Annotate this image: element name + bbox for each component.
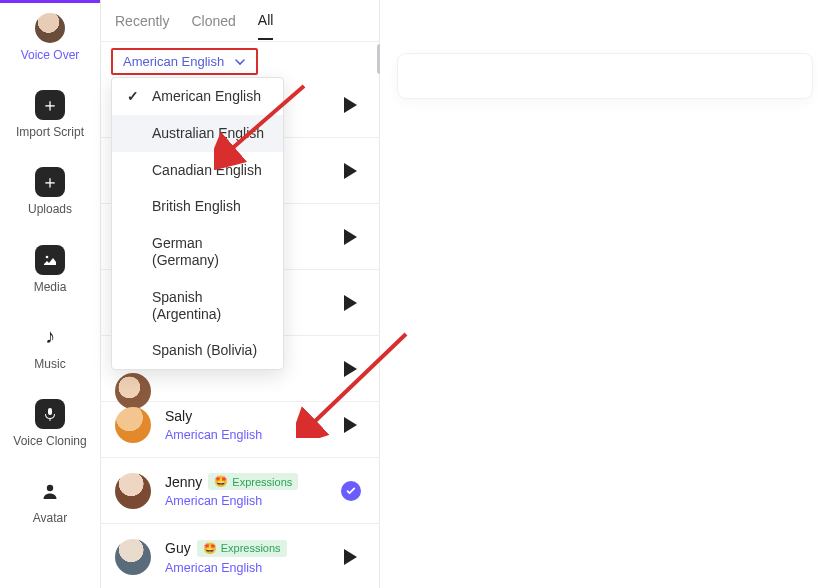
- dropdown-scroll[interactable]: ✓ American English Australian English Ca…: [112, 78, 283, 369]
- voice-name: Jenny 🤩Expressions: [165, 473, 298, 490]
- sidebar-label: Voice Cloning: [13, 435, 86, 448]
- plus-icon: ＋: [35, 167, 65, 197]
- play-button[interactable]: [340, 545, 361, 569]
- option-label: Spanish (Bolivia): [152, 342, 273, 359]
- voice-language: American English: [165, 428, 262, 442]
- badge-text: Expressions: [232, 476, 292, 488]
- language-option-british-english[interactable]: British English: [112, 188, 283, 225]
- sidebar-label: Uploads: [28, 203, 72, 216]
- expressions-badge: 🤩Expressions: [208, 473, 298, 490]
- person-icon: [35, 476, 65, 506]
- play-button[interactable]: [340, 291, 361, 315]
- voice-name: Guy 🤩Expressions: [165, 540, 287, 557]
- badge-text: Expressions: [221, 542, 281, 554]
- mic-icon: [35, 399, 65, 429]
- sidebar-item-music[interactable]: ♪ Music: [0, 322, 100, 371]
- play-button[interactable]: [340, 93, 361, 117]
- tab-recently[interactable]: Recently: [115, 3, 169, 39]
- play-icon: [344, 417, 357, 433]
- sidebar-label: Media: [34, 281, 67, 294]
- language-option-spanish-bolivia[interactable]: Spanish (Bolivia): [112, 332, 283, 369]
- plus-icon: ＋: [35, 90, 65, 120]
- sidebar-item-media[interactable]: Media: [0, 245, 100, 294]
- language-option-australian-english[interactable]: Australian English: [112, 115, 283, 152]
- sidebar-item-import-script[interactable]: ＋ Import Script: [0, 90, 100, 139]
- voice-name: Saly: [165, 408, 262, 424]
- avatar: [115, 473, 151, 509]
- music-note-icon: ♪: [35, 322, 65, 352]
- voice-name-text: Guy: [165, 540, 191, 556]
- expressions-badge: 🤩Expressions: [197, 540, 287, 557]
- language-selector[interactable]: American English: [111, 48, 258, 75]
- avatar: [115, 539, 151, 575]
- option-label: Australian English: [152, 125, 273, 142]
- tab-cloned[interactable]: Cloned: [191, 3, 235, 39]
- language-option-american-english[interactable]: ✓ American English: [112, 78, 283, 115]
- sidebar-label: Voice Over: [21, 49, 80, 62]
- play-button[interactable]: [340, 413, 361, 437]
- star-eyes-icon: 🤩: [203, 542, 217, 555]
- play-icon: [344, 97, 357, 113]
- star-eyes-icon: 🤩: [214, 475, 228, 488]
- content-card: [398, 54, 812, 98]
- play-button[interactable]: [340, 159, 361, 183]
- voice-row-guy[interactable]: Guy 🤩Expressions American English: [101, 524, 379, 588]
- play-icon: [344, 361, 357, 377]
- selected-badge: [341, 481, 361, 501]
- language-option-german-germany[interactable]: German (Germany): [112, 225, 283, 279]
- sidebar-item-voice-cloning[interactable]: Voice Cloning: [0, 399, 100, 448]
- language-dropdown: ✓ American English Australian English Ca…: [111, 77, 284, 370]
- sidebar-item-avatar[interactable]: Avatar: [0, 476, 100, 525]
- option-label: Spanish (Argentina): [152, 289, 273, 323]
- sidebar-label: Import Script: [16, 126, 84, 139]
- language-selected: American English: [123, 54, 224, 69]
- avatar-icon: [35, 13, 65, 43]
- play-icon: [344, 163, 357, 179]
- content-area: [380, 0, 818, 588]
- play-icon: [344, 549, 357, 565]
- play-icon: [344, 229, 357, 245]
- play-button[interactable]: [340, 225, 361, 249]
- chevron-down-icon: [234, 56, 246, 68]
- avatar: [115, 407, 151, 443]
- option-label: Canadian English: [152, 162, 273, 179]
- sidebar-item-uploads[interactable]: ＋ Uploads: [0, 167, 100, 216]
- voice-row-saly[interactable]: Saly American English: [101, 392, 379, 458]
- svg-point-1: [46, 255, 49, 258]
- tab-all[interactable]: All: [258, 2, 274, 40]
- sidebar-label: Music: [34, 358, 65, 371]
- svg-point-3: [47, 485, 53, 491]
- language-option-canadian-english[interactable]: Canadian English: [112, 152, 283, 189]
- image-icon: [35, 245, 65, 275]
- sidebar-label: Avatar: [33, 512, 67, 525]
- voice-language: American English: [165, 561, 287, 575]
- check-icon: ✓: [124, 88, 142, 104]
- sidebar: Voice Over ＋ Import Script ＋ Uploads Med…: [0, 3, 100, 588]
- voice-panel: Recently Cloned All American English ✓ A…: [100, 0, 380, 588]
- play-icon: [344, 295, 357, 311]
- option-label: British English: [152, 198, 273, 215]
- language-option-spanish-argentina[interactable]: Spanish (Argentina): [112, 279, 283, 333]
- sidebar-item-voice-over[interactable]: Voice Over: [0, 13, 100, 62]
- play-button[interactable]: [340, 357, 361, 381]
- option-label: American English: [152, 88, 273, 105]
- voice-row-jenny[interactable]: Jenny 🤩Expressions American English: [101, 458, 379, 524]
- tabs: Recently Cloned All: [101, 0, 379, 42]
- voice-name-text: Jenny: [165, 474, 202, 490]
- voice-language: American English: [165, 494, 298, 508]
- svg-rect-2: [48, 408, 52, 415]
- option-label: German (Germany): [152, 235, 273, 269]
